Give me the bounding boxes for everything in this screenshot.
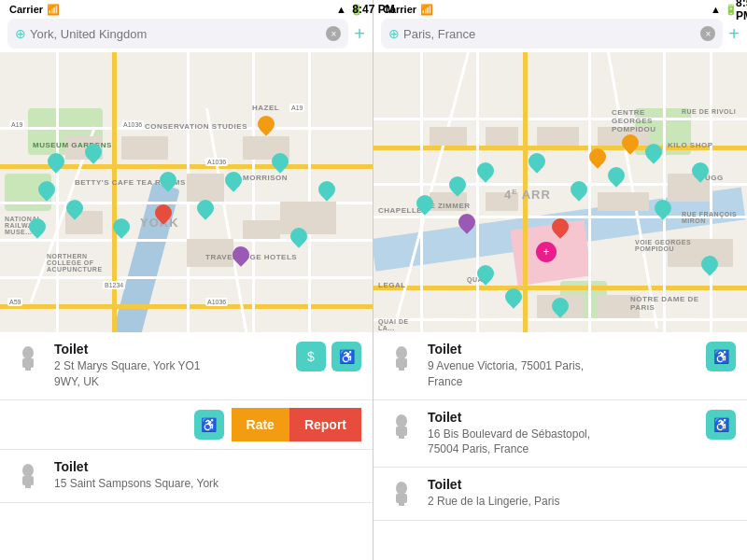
left-action-row: ♿ Rate Report: [0, 400, 373, 450]
left-panel: Carrier 📶 8:47 PM ▲ 🔋 ⊕ × +: [0, 0, 374, 560]
paris-road-h5: [374, 286, 747, 290]
svg-rect-1: [22, 358, 34, 368]
travelodge-label: Travelodge Hotels: [205, 253, 297, 261]
svg-rect-7: [28, 485, 31, 488]
right-toilet-3[interactable]: Toilet 2 Rue de la Lingerie, Paris: [374, 468, 747, 521]
left-toilet-2-address: 15 Saint Sampsons Square, York: [54, 476, 361, 492]
svg-point-4: [22, 464, 34, 477]
right-toilet-1-name: Toilet: [428, 342, 697, 357]
pin-9: [272, 153, 289, 174]
left-map[interactable]: A19 A1036 A1036 B1234 A1036 A59 A19 YORK…: [0, 52, 373, 332]
paris-road-v2: [476, 52, 479, 332]
paris-road-h1: [374, 118, 747, 120]
paris-pin-5: [571, 181, 587, 202]
pompidou-label: Centre Georges Pompidou: [612, 108, 686, 133]
svg-rect-11: [402, 368, 404, 371]
pin-5: [48, 153, 64, 174]
left-time: 8:47 PM: [352, 3, 374, 16]
road-label-top-right: A19: [289, 104, 304, 112]
svg-rect-3: [28, 368, 31, 371]
right-status-right: ▲ 🔋: [711, 4, 738, 16]
pin-6: [160, 172, 176, 192]
block-7: [243, 220, 280, 239]
notre-dame-label: Notre Dame de Paris: [630, 295, 705, 312]
right-location-icon: ⊕: [388, 26, 400, 41]
left-toilet-1-badges: $ ♿: [296, 342, 361, 371]
right-toilet-2-address: 16 Bis Boulevard de Sébastopol,75004 Par…: [428, 427, 697, 458]
svg-point-8: [396, 346, 407, 359]
road-label-a1036-top: A1036: [121, 120, 144, 129]
right-search-input[interactable]: [403, 27, 697, 41]
paris-block-2: [486, 127, 518, 146]
left-search-input[interactable]: [30, 27, 322, 41]
right-toilet-3-name: Toilet: [428, 477, 736, 492]
right-add-button[interactable]: +: [728, 23, 740, 45]
paris-road-h6: [374, 318, 747, 321]
left-action-spacer: [11, 408, 45, 441]
svg-rect-13: [396, 427, 407, 436]
svg-point-16: [396, 482, 407, 495]
paris-road-v5: [663, 52, 666, 332]
right-list: Toilet 9 Avenue Victoria, 75001 Paris,Fr…: [374, 332, 747, 560]
svg-rect-2: [25, 368, 28, 371]
road-label-b1234: B1234: [103, 281, 125, 289]
road-label-a59: A59: [7, 298, 22, 306]
road-v4: [252, 52, 255, 332]
svg-rect-6: [25, 485, 28, 488]
paris-pin-1: [416, 195, 433, 216]
svg-rect-18: [399, 503, 402, 506]
right-toilet-1-accessible-badge: ♿: [706, 342, 736, 371]
svg-rect-9: [396, 358, 407, 368]
left-list: Toilet 2 St Marys Square, York YO19WY, U…: [0, 332, 373, 560]
pin-selected: [155, 204, 172, 225]
paris-pin-10: [477, 265, 494, 286]
rue-rivoli-label: Rue de Rivoli: [682, 108, 736, 115]
paris-pin-3: [477, 162, 494, 183]
left-toilet-1[interactable]: Toilet 2 St Marys Square, York YO19WY, U…: [0, 332, 373, 400]
paris-pin-9: [655, 200, 671, 220]
road-label-a1036-bot: A1036: [205, 298, 228, 306]
block-8: [280, 202, 336, 234]
paris-pin-4: [529, 153, 545, 174]
left-action-accessible-badge: ♿: [194, 410, 224, 440]
svg-rect-15: [402, 436, 404, 439]
left-location-icon: ⊕: [15, 26, 26, 41]
svg-point-12: [396, 414, 407, 427]
right-toilet-2[interactable]: Toilet 16 Bis Boulevard de Sébastopol,75…: [374, 400, 747, 469]
block-3: [187, 174, 224, 202]
pin-1: [38, 181, 55, 202]
right-toilet-2-accessible-badge: ♿: [706, 410, 736, 440]
left-toilet-2[interactable]: Toilet 15 Saint Sampsons Square, York: [0, 450, 373, 503]
paris-pin-12: [552, 298, 569, 318]
left-search-wrapper[interactable]: ⊕ ×: [7, 19, 348, 49]
right-clear-button[interactable]: ×: [700, 26, 715, 41]
left-clear-button[interactable]: ×: [326, 26, 341, 41]
left-add-button[interactable]: +: [354, 23, 365, 45]
morrison-label: Morrison: [243, 174, 288, 182]
right-toilet-3-info: Toilet 2 Rue de la Lingerie, Paris: [428, 477, 736, 510]
paris-pin-6: [608, 167, 625, 188]
pin-purple: [233, 246, 249, 267]
right-city-label: 4e ARR: [504, 188, 551, 202]
pin-12: [113, 218, 130, 239]
svg-rect-14: [399, 436, 402, 439]
right-toilet-2-icon: [385, 410, 418, 443]
paris-pin-13: [701, 256, 718, 276]
left-toilet-2-icon: [11, 459, 45, 493]
svg-point-0: [22, 346, 34, 359]
paris-pin-orange-2: [589, 148, 606, 169]
right-search-wrapper[interactable]: ⊕ ×: [381, 19, 723, 49]
pin-2: [66, 200, 83, 220]
rate-button[interactable]: Rate: [232, 408, 289, 441]
paris-block-3: [537, 127, 579, 146]
right-toilet-2-badges: ♿: [706, 410, 736, 440]
right-wifi-icon: 📶: [420, 4, 433, 16]
right-toilet-1[interactable]: Toilet 9 Avenue Victoria, 75001 Paris,Fr…: [374, 332, 747, 400]
left-toilet-1-name: Toilet: [54, 342, 287, 357]
right-map[interactable]: 4e ARR Centre Georges Pompidou Notre Dam…: [374, 52, 747, 332]
road-v5: [308, 52, 311, 332]
left-toilet-2-name: Toilet: [54, 459, 361, 474]
left-wifi-icon: 📶: [47, 4, 60, 16]
report-button[interactable]: Report: [289, 408, 361, 441]
left-status-bar: Carrier 📶 8:47 PM ▲ 🔋: [0, 0, 373, 19]
